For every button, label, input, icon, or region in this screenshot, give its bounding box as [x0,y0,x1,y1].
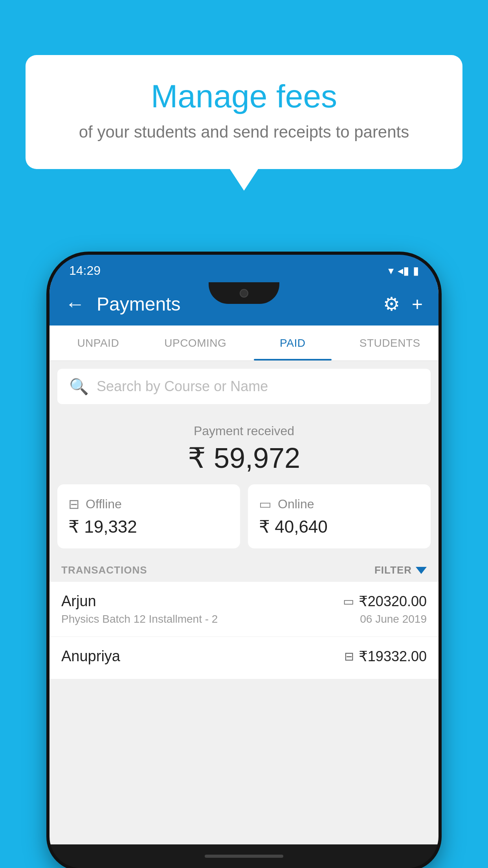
bubble-title: Manage fees [57,79,431,114]
transaction-row-arjun[interactable]: Arjun ▭ ₹20320.00 Physics Batch 12 Insta… [50,582,438,637]
course-info-1: Physics Batch 12 Installment - 2 [61,613,218,625]
search-container[interactable]: 🔍 Search by Course or Name [57,369,431,404]
filter-button[interactable]: FILTER [374,564,427,576]
search-icon: 🔍 [69,377,89,396]
status-bar: 14:29 ▾ ◂▮ ▮ [50,255,438,282]
online-label: Online [278,497,314,511]
tab-upcoming[interactable]: UPCOMING [147,326,244,360]
transaction-top-2: Anupriya ⊟ ₹19332.00 [61,648,427,665]
speech-bubble-container: Manage fees of your students and send re… [26,55,462,169]
transaction-row-anupriya[interactable]: Anupriya ⊟ ₹19332.00 [50,637,438,679]
wifi-icon: ▾ [388,264,394,277]
signal-icon: ◂▮ [398,264,409,277]
notch [209,282,279,304]
payment-type-icon-2: ⊟ [344,649,354,663]
filter-triangle-icon [416,567,427,574]
payment-type-icon-1: ▭ [343,594,354,608]
tab-students[interactable]: STUDENTS [341,326,439,360]
tab-bar: UNPAID UPCOMING PAID STUDENTS [50,326,438,361]
offline-label: Offline [86,497,122,511]
online-amount: ₹ 40,640 [259,517,420,537]
payment-summary: Payment received ₹ 59,972 [50,412,438,484]
transaction-amount-1: ▭ ₹20320.00 [343,593,427,610]
transaction-amount-2: ⊟ ₹19332.00 [344,648,427,665]
transaction-top-1: Arjun ▭ ₹20320.00 [61,593,427,610]
offline-icon: ⊟ [68,496,79,512]
bubble-subtitle: of your students and send receipts to pa… [57,123,431,142]
student-name-2: Anupriya [61,648,120,665]
gear-icon[interactable]: ⚙ [383,293,400,315]
online-icon: ▭ [259,496,272,512]
transactions-label: TRANSACTIONS [61,564,147,576]
app-screen: ← Payments ⚙ + UNPAID UPCOMING PAID STUD… [50,282,438,844]
amount-value-2: ₹19332.00 [359,648,427,665]
payment-amount: ₹ 59,972 [65,441,423,474]
amount-value-1: ₹20320.00 [359,593,427,610]
online-card-header: ▭ Online [259,496,420,512]
transaction-bottom-1: Physics Batch 12 Installment - 2 06 June… [61,613,427,625]
camera-dot [240,289,248,298]
header-title: Payments [97,293,180,315]
tab-unpaid[interactable]: UNPAID [50,326,147,360]
transactions-header: TRANSACTIONS FILTER [50,556,438,582]
payment-cards: ⊟ Offline ₹ 19,332 ▭ Online ₹ 40,640 [50,484,438,556]
phone-chin [50,844,438,868]
status-time: 14:29 [69,263,101,278]
offline-card-header: ⊟ Offline [68,496,229,512]
header-left: ← Payments [65,292,180,315]
speech-bubble: Manage fees of your students and send re… [26,55,462,169]
search-input[interactable]: Search by Course or Name [97,378,268,395]
payment-label: Payment received [65,424,423,438]
transaction-date-1: 06 June 2019 [360,613,427,625]
filter-label: FILTER [374,564,412,576]
phone-frame: 14:29 ▾ ◂▮ ▮ ← Payments ⚙ + UNPAID [50,255,438,868]
back-button[interactable]: ← [65,292,85,315]
offline-card: ⊟ Offline ₹ 19,332 [57,484,240,548]
home-bar [205,855,283,858]
header-right: ⚙ + [383,293,423,315]
online-card: ▭ Online ₹ 40,640 [248,484,431,548]
status-icons: ▾ ◂▮ ▮ [388,264,419,277]
plus-icon[interactable]: + [412,293,423,315]
tab-paid[interactable]: PAID [244,326,341,360]
battery-icon: ▮ [413,264,419,277]
offline-amount: ₹ 19,332 [68,517,229,537]
student-name-1: Arjun [61,593,96,610]
